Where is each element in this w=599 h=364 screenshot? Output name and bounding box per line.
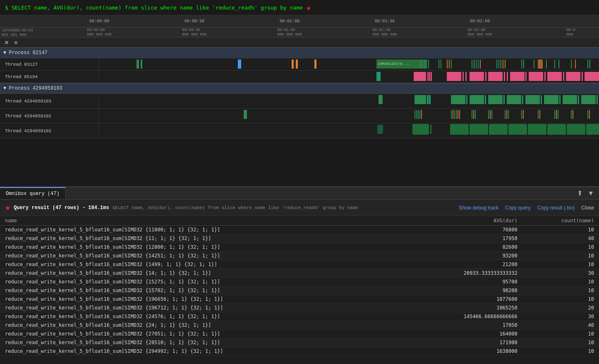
cell-name: reduce_read_write_kernel_5_bfloat16_sum[… bbox=[0, 330, 408, 338]
cell-count: 10 bbox=[522, 338, 599, 347]
query-result-info: ★ Query result (47 rows) - 184.1ms SELEC… bbox=[5, 202, 358, 213]
col-header-name: name bbox=[0, 216, 408, 226]
table-row: reduce_read_write_kernel_5_bfloat16_sum[… bbox=[0, 304, 599, 312]
process-4294959103-label: Process 4294959103 bbox=[9, 86, 62, 91]
table-body: reduce_read_write_kernel_5_bfloat16_sum[… bbox=[0, 226, 599, 356]
table-row: reduce_read_write_kernel_5_bfloat16_sum[… bbox=[0, 321, 599, 330]
cell-avg: 1638000 bbox=[408, 347, 522, 356]
time-label-1: 00:00:30 bbox=[184, 19, 204, 24]
copy-result-button[interactable]: Copy result (.tsv) bbox=[537, 205, 575, 211]
cell-count: 40 bbox=[522, 321, 599, 330]
close-panel-button[interactable]: Close bbox=[581, 205, 594, 211]
cell-count: 10 bbox=[522, 347, 599, 356]
thread-83127-track[interactable]: zeModuleCre... bbox=[99, 58, 599, 70]
cell-name: reduce_read_write_kernel_5_bfloat16_sum[… bbox=[0, 243, 408, 252]
table-row: reduce_read_write_kernel_5_bfloat16_sum[… bbox=[0, 243, 599, 252]
cell-name: reduce_read_write_kernel_5_bfloat16_sum[… bbox=[0, 321, 408, 330]
expand-button[interactable]: ▼ bbox=[586, 190, 596, 197]
cell-name: reduce_read_write_kernel_5_bfloat16_sum[… bbox=[0, 260, 408, 269]
star-icon: ★ bbox=[306, 2, 311, 12]
move-to-top-button[interactable]: ⬆ bbox=[575, 189, 584, 197]
cell-name: reduce_read_write_kernel_5_bfloat16_sum[… bbox=[0, 295, 408, 304]
cell-count: 30 bbox=[522, 269, 599, 278]
tab-omnibox-query[interactable]: Omnibox query (47) bbox=[0, 187, 66, 199]
table-row: reduce_read_write_kernel_5_bfloat16_sum[… bbox=[0, 269, 599, 278]
thread-83127-label: Thread 83127 bbox=[0, 58, 99, 70]
table-row: reduce_read_write_kernel_5_bfloat16_sum[… bbox=[0, 330, 599, 338]
time-ruler: 00:00:00 00:00:30 00:01:00 00:01:30 00:0… bbox=[0, 15, 599, 28]
process-82147-header[interactable]: ▼ Process 82147 bbox=[0, 48, 599, 58]
copy-query-button[interactable]: Copy query bbox=[505, 205, 530, 211]
process-4294959103-header[interactable]: ▼ Process 4294959103 bbox=[0, 83, 599, 94]
table-row: reduce_read_write_kernel_5_bfloat16_sum[… bbox=[0, 338, 599, 347]
cell-count: 10 bbox=[522, 260, 599, 269]
table-row: reduce_read_write_kernel_5_bfloat16_sum[… bbox=[0, 347, 599, 356]
cell-avg: 21200 bbox=[408, 260, 522, 269]
table-row: reduce_read_write_kernel_5_bfloat16_sum[… bbox=[0, 295, 599, 304]
results-table-scroll[interactable]: name AVG(dur) count(name) reduce_read_wr… bbox=[0, 216, 599, 363]
cell-avg: 93200 bbox=[408, 252, 522, 260]
cell-avg: 1077600 bbox=[408, 295, 522, 304]
chevron-down-icon: ▼ bbox=[3, 50, 6, 56]
thread-row-4294959103: Thread 4294959103 bbox=[0, 94, 599, 109]
thread-row-83127: Thread 83127 zeModuleCre... bbox=[0, 58, 599, 71]
table-header-row: name AVG(dur) count(name) bbox=[0, 216, 599, 226]
show-debug-track-button[interactable]: Show debug track bbox=[459, 205, 498, 211]
thread-row-4294959102: Thread 4294959102 bbox=[0, 124, 599, 138]
cell-avg: 1065250 bbox=[408, 304, 522, 312]
query-result-title: Query result (47 rows) - 184.1ms bbox=[14, 205, 109, 211]
cell-avg: 98200 bbox=[408, 286, 522, 295]
query-sql-text: SELECT name, AVG(dur), count(name) from … bbox=[113, 205, 358, 210]
thread-4294959101-track[interactable] bbox=[99, 109, 599, 123]
thread-85194-label: Thread 85194 bbox=[0, 71, 99, 83]
prompt-text: $ SELECT name, AVG(dur), count(name) fro… bbox=[5, 5, 303, 11]
cell-avg: 17050 bbox=[408, 321, 522, 330]
star-red-icon: ★ bbox=[5, 202, 10, 213]
query-result-header: ★ Query result (47 rows) - 184.1ms SELEC… bbox=[0, 200, 599, 216]
cell-count: 20 bbox=[522, 304, 599, 312]
thread-row-4294959101: Thread 4294959101 bbox=[0, 109, 599, 124]
tabs-bar: Omnibox query (47) ⬆ ▼ bbox=[0, 187, 599, 200]
thread-85194-track[interactable] bbox=[99, 71, 599, 83]
thread-row-85194: Thread 85194 bbox=[0, 71, 599, 83]
cell-avg: 82600 bbox=[408, 243, 522, 252]
cell-name: reduce_read_write_kernel_5_bfloat16_sum[… bbox=[0, 347, 408, 356]
table-row: reduce_read_write_kernel_5_bfloat16_sum[… bbox=[0, 312, 599, 321]
cell-avg: 145466.66666666666 bbox=[408, 312, 522, 321]
thread-4294959102-label: Thread 4294959102 bbox=[0, 124, 99, 138]
close-button[interactable]: ✕ bbox=[3, 39, 10, 46]
cell-avg: 20933.333333333332 bbox=[408, 269, 522, 278]
thread-4294959101-label: Thread 4294959101 bbox=[0, 109, 99, 123]
cell-name: reduce_read_write_kernel_5_bfloat16_sum[… bbox=[0, 312, 408, 321]
thread-4294959103-track[interactable] bbox=[99, 94, 599, 108]
tab-actions: ⬆ ▼ bbox=[575, 189, 599, 197]
cell-name: reduce_read_write_kernel_5_bfloat16_sum[… bbox=[0, 278, 408, 286]
col-header-avg: AVG(dur) bbox=[408, 216, 522, 226]
table-row: reduce_read_write_kernel_5_bfloat16_sum[… bbox=[0, 252, 599, 260]
col-header-count: count(name) bbox=[522, 216, 599, 226]
cell-count: 40 bbox=[522, 234, 599, 243]
query-actions: Show debug track Copy query Copy result … bbox=[459, 205, 594, 211]
time-label-0: 00:00:00 bbox=[89, 19, 109, 24]
cell-count: 10 bbox=[522, 252, 599, 260]
controls-row: ✕ ≡ bbox=[0, 38, 599, 48]
table-row: reduce_read_write_kernel_5_bfloat16_sum[… bbox=[0, 260, 599, 269]
top-bar: $ SELECT name, AVG(dur), count(name) fro… bbox=[0, 0, 599, 15]
time-label-3: 00:01:30 bbox=[375, 19, 395, 24]
cell-name: reduce_read_write_kernel_5_bfloat16_sum[… bbox=[0, 304, 408, 312]
table-row: reduce_read_write_kernel_5_bfloat16_sum[… bbox=[0, 234, 599, 243]
cell-name: reduce_read_write_kernel_5_bfloat16_sum[… bbox=[0, 252, 408, 260]
bottom-panel: Omnibox query (47) ⬆ ▼ ★ Query result (4… bbox=[0, 186, 599, 364]
cell-name: reduce_read_write_kernel_5_bfloat16_sum[… bbox=[0, 338, 408, 347]
cell-count: 10 bbox=[522, 243, 599, 252]
table-row: reduce_read_write_kernel_5_bfloat16_sum[… bbox=[0, 278, 599, 286]
menu-button[interactable]: ≡ bbox=[13, 39, 18, 46]
chevron-down-icon-2: ▼ bbox=[3, 86, 6, 91]
thread-4294959102-track[interactable] bbox=[99, 124, 599, 138]
cell-count: 10 bbox=[522, 226, 599, 234]
cell-name: reduce_read_write_kernel_5_bfloat16_sum[… bbox=[0, 286, 408, 295]
cell-name: reduce_read_write_kernel_5_bfloat16_sum[… bbox=[0, 269, 408, 278]
cell-count: 10 bbox=[522, 295, 599, 304]
cell-count: 10 bbox=[522, 330, 599, 338]
cell-avg: 95700 bbox=[408, 278, 522, 286]
